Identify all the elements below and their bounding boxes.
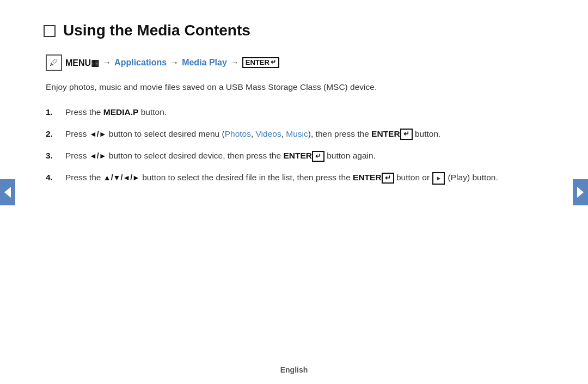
- videos-link: Videos: [256, 129, 281, 138]
- menu-icon: 🖊: [46, 54, 62, 71]
- step-1-number: 1.: [46, 106, 57, 119]
- step-1-content: Press the MEDIA.P button.: [65, 106, 539, 119]
- page-title-row: Using the Media Contents: [44, 22, 539, 39]
- step-4-enter-badge: ↵: [382, 173, 394, 184]
- step-2-enter-badge: ↵: [400, 129, 413, 140]
- step-3-enter-badge: ↵: [312, 151, 324, 162]
- menu-label: MENU▦: [65, 58, 99, 68]
- arrow-2: →: [170, 58, 179, 68]
- play-button-icon: ►: [432, 172, 445, 185]
- main-content: Using the Media Contents 🖊 MENU▦ → Appli…: [0, 0, 588, 365]
- step-2-number: 2.: [46, 127, 57, 141]
- step-3: 3. Press ◄/► button to select desired de…: [46, 149, 539, 162]
- enter-label: ENTER: [246, 58, 270, 68]
- footer-language: English: [280, 365, 308, 374]
- checkbox-icon: [44, 25, 56, 37]
- steps-list: 1. Press the MEDIA.P button. 2. Press ◄/…: [44, 106, 539, 185]
- step-4-content: Press the ▲/▼/◄/► button to select the d…: [65, 171, 539, 185]
- footer: English: [0, 365, 588, 384]
- step-4-enter-label: ENTER: [353, 173, 382, 182]
- enter-arrow-icon: ↵: [271, 58, 276, 67]
- step-3-content: Press ◄/► button to select desired devic…: [65, 149, 539, 162]
- page-container: Using the Media Contents 🖊 MENU▦ → Appli…: [0, 0, 588, 384]
- media-play-link: Media Play: [182, 58, 227, 68]
- step-2-dpad: ◄/►: [89, 130, 107, 138]
- step-2-enter-label: ENTER: [371, 129, 400, 138]
- media-p-label: MEDIA.P: [103, 107, 139, 117]
- arrow-3: →: [230, 58, 239, 68]
- step-1: 1. Press the MEDIA.P button.: [46, 106, 539, 119]
- arrow-1: →: [102, 58, 111, 68]
- step-3-enter-label: ENTER: [283, 151, 312, 160]
- step-4-number: 4.: [46, 171, 57, 184]
- menu-path: 🖊 MENU▦ → Applications → Media Play → EN…: [44, 54, 539, 71]
- music-link: Music: [286, 129, 308, 138]
- step-2: 2. Press ◄/► button to select desired me…: [46, 127, 539, 141]
- step-4: 4. Press the ▲/▼/◄/► button to select th…: [46, 171, 539, 185]
- step-3-dpad: ◄/►: [89, 151, 107, 160]
- step-2-content: Press ◄/► button to select desired menu …: [65, 127, 539, 141]
- nav-prev-button[interactable]: [0, 179, 15, 205]
- enter-badge-header: ENTER↵: [242, 57, 279, 69]
- page-title: Using the Media Contents: [63, 22, 250, 39]
- description-text: Enjoy photos, music and movie files save…: [44, 81, 539, 94]
- photos-link: Photos: [225, 129, 251, 138]
- step-4-dpad: ▲/▼/◄/►: [103, 173, 140, 182]
- nav-next-button[interactable]: [573, 179, 588, 205]
- step-3-number: 3.: [46, 149, 57, 162]
- applications-link: Applications: [114, 58, 167, 68]
